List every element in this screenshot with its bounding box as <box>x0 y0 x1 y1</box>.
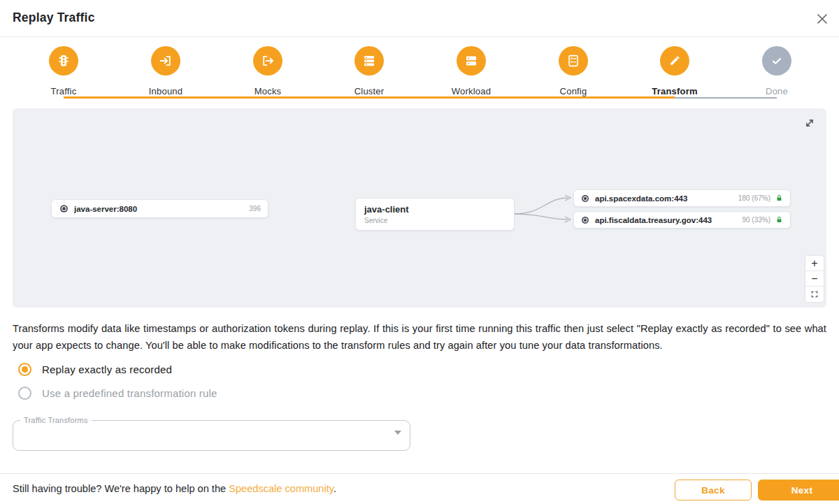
stepper-track-pending <box>675 97 777 99</box>
service-globe-icon <box>59 203 69 214</box>
node-subtitle: Service <box>364 217 387 224</box>
service-globe-icon <box>580 215 590 225</box>
option-predefined-rule[interactable]: Use a predefined transformation rule <box>18 387 217 400</box>
fit-view-icon[interactable] <box>805 287 824 302</box>
step-label: Inbound <box>131 86 201 96</box>
dialog-footer: Still having trouble? We're happy to hel… <box>0 473 839 504</box>
node-count: 90 (33%) <box>742 216 770 224</box>
node-label: api.spacexdata.com:443 <box>595 194 687 203</box>
traffic-transforms-select[interactable]: Traffic Transforms <box>13 420 410 451</box>
lock-icon <box>775 215 784 224</box>
page-title: Replay Traffic <box>13 10 95 25</box>
sign-in-icon[interactable] <box>151 46 180 75</box>
zoom-out-button[interactable]: − <box>805 271 824 287</box>
node-label: java-server:8080 <box>74 205 137 213</box>
node-count: 396 <box>249 205 261 213</box>
dialog-header: Replay Traffic <box>0 0 839 37</box>
radio-selected[interactable] <box>18 363 31 376</box>
back-button[interactable]: Back <box>675 480 752 501</box>
traffic-light-icon[interactable] <box>49 46 78 75</box>
step-inbound[interactable]: Inbound <box>131 46 201 96</box>
radio-unselected[interactable] <box>18 387 31 400</box>
traffic-diagram-panel[interactable]: java-server:8080 396 java-client Service… <box>13 108 826 308</box>
help-text: Still having trouble? We're happy to hel… <box>13 483 336 494</box>
option-replay-exactly[interactable]: Replay exactly as recorded <box>18 363 172 376</box>
step-transform[interactable]: Transform <box>640 46 710 96</box>
step-label: Mocks <box>233 86 303 96</box>
option-label: Use a predefined transformation rule <box>42 387 217 399</box>
speedscale-community-link[interactable]: Speedscale community <box>229 483 334 494</box>
server-stack-icon[interactable] <box>354 46 384 75</box>
sign-out-icon[interactable] <box>253 46 282 75</box>
zoom-in-button[interactable]: + <box>805 256 824 271</box>
pencil-icon[interactable] <box>660 46 689 75</box>
step-workload[interactable]: Workload <box>436 46 506 96</box>
step-label: Done <box>742 86 812 96</box>
step-done[interactable]: Done <box>742 46 812 96</box>
step-label: Cluster <box>334 86 404 96</box>
lock-icon <box>775 194 784 203</box>
step-label: Transform <box>640 86 710 96</box>
expand-icon[interactable] <box>802 115 817 131</box>
service-globe-icon <box>580 194 590 203</box>
help-text-prefix: Still having trouble? We're happy to hel… <box>13 483 229 494</box>
node-title: java-client <box>364 204 409 215</box>
node-count: 180 (67%) <box>738 194 770 202</box>
node-java-server[interactable]: java-server:8080 396 <box>51 199 268 218</box>
node-java-client[interactable]: java-client Service <box>355 198 515 231</box>
node-label: api.fiscaldata.treasury.gov:443 <box>595 216 712 224</box>
wizard-stepper: Traffic Inbound Mocks <box>0 37 839 108</box>
step-config[interactable]: Config <box>538 46 608 96</box>
step-label: Traffic <box>29 86 99 96</box>
chevron-down-icon <box>394 431 401 435</box>
checklist-icon[interactable] <box>559 46 588 75</box>
step-label: Config <box>538 86 608 96</box>
node-endpoint[interactable]: api.fiscaldata.treasury.gov:443 90 (33%) <box>573 211 791 229</box>
help-text-suffix: . <box>334 483 336 494</box>
check-icon[interactable] <box>762 46 791 75</box>
select-label: Traffic Transforms <box>20 416 92 424</box>
option-label: Replay exactly as recorded <box>42 363 172 375</box>
storage-icon[interactable] <box>457 46 486 75</box>
step-cluster[interactable]: Cluster <box>334 46 404 96</box>
step-traffic[interactable]: Traffic <box>29 46 99 96</box>
diagram-zoom-controls: + − <box>805 256 824 302</box>
close-icon[interactable] <box>814 10 831 27</box>
next-button[interactable]: Next <box>758 480 839 501</box>
step-label: Workload <box>436 86 506 96</box>
step-mocks[interactable]: Mocks <box>233 46 303 96</box>
replay-traffic-dialog: Replay Traffic Traffic <box>0 0 839 504</box>
transform-description: Transforms modify data like timestamps o… <box>13 321 826 354</box>
stepper-track-completed <box>64 96 675 99</box>
node-endpoint[interactable]: api.spacexdata.com:443 180 (67%) <box>573 189 791 207</box>
